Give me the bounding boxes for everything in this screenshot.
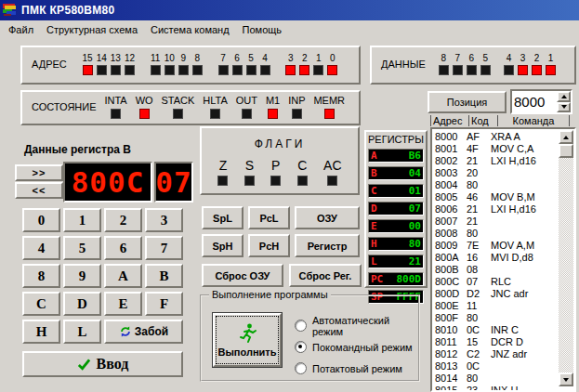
list-scrollbar[interactable]: [559, 130, 573, 386]
shift-right-button[interactable]: >>: [15, 164, 63, 181]
flag-p: P: [270, 160, 281, 186]
program-row-800A[interactable]: 800A16MVI D,d8: [435, 252, 574, 264]
position-input[interactable]: [512, 91, 557, 112]
key-l[interactable]: L: [63, 320, 101, 344]
program-row-8011[interactable]: 801115DCR D: [435, 336, 574, 348]
program-row-8005[interactable]: 800546MOV B,M: [435, 191, 574, 203]
menu-item-2[interactable]: Система команд: [144, 22, 236, 37]
register-name: A: [371, 150, 391, 162]
key-e[interactable]: E: [104, 292, 142, 316]
key-a[interactable]: A: [104, 264, 142, 288]
register-button[interactable]: Регистр: [295, 234, 360, 257]
menu-item-3[interactable]: Помощь: [236, 22, 289, 37]
backspace-button[interactable]: Забой: [104, 320, 183, 344]
data-group: 8765: [439, 54, 491, 75]
program-row-800E[interactable]: 800E11: [435, 300, 574, 312]
address-led-11: [151, 65, 161, 75]
data-group: 4321: [504, 54, 556, 75]
cell-code: 46: [467, 191, 491, 203]
key-f[interactable]: F: [145, 292, 183, 316]
program-row-800C[interactable]: 800C07RLC: [435, 276, 574, 288]
program-row-8014[interactable]: 801480: [435, 372, 574, 385]
radio-circle[interactable]: [295, 362, 307, 374]
program-row-8008[interactable]: 800880: [435, 228, 574, 240]
program-row-8003[interactable]: 800320: [435, 167, 574, 179]
key-7[interactable]: 7: [145, 236, 183, 260]
spin-down-button[interactable]: [557, 102, 571, 113]
enter-label: Ввод: [97, 356, 129, 372]
cell-code: 4F: [467, 143, 491, 155]
key-4[interactable]: 4: [22, 236, 60, 260]
program-row-8002[interactable]: 800221LXI H,d16: [435, 155, 574, 167]
data-bit-label: 4: [507, 54, 512, 63]
key-6[interactable]: 6: [104, 236, 142, 260]
key-3[interactable]: 3: [145, 208, 183, 232]
key-d[interactable]: D: [63, 292, 101, 316]
program-row-8004[interactable]: 800480: [435, 179, 574, 191]
data-bit-4: 4: [504, 54, 514, 75]
radio-label: Покомандный режим: [312, 342, 413, 353]
key-5[interactable]: 5: [63, 236, 101, 260]
cell-code: 80: [467, 179, 491, 191]
scroll-down-button[interactable]: [559, 372, 573, 386]
pch-button[interactable]: PcH: [248, 234, 290, 257]
shift-left-button[interactable]: <<: [15, 182, 63, 199]
key-h[interactable]: H: [22, 320, 60, 344]
address-bit-label: 5: [248, 54, 254, 63]
pcl-button[interactable]: PcL: [248, 206, 290, 229]
key-8[interactable]: 8: [22, 264, 60, 288]
state-items: INTAWOSTACKHLTAOUTM1INPMEMR: [97, 96, 353, 119]
key-1[interactable]: 1: [63, 208, 101, 232]
radio-circle[interactable]: [295, 320, 307, 332]
mode-radio-2[interactable]: Потактовый режим: [295, 361, 418, 375]
program-row-8010[interactable]: 80100CINR C: [435, 324, 574, 336]
register-rows: AB6B04C01D07E00H80L21PC800DSPFFFF: [366, 147, 426, 309]
program-row-8015[interactable]: 801523INX H: [435, 385, 574, 392]
key-2[interactable]: 2: [104, 208, 142, 232]
scroll-thumb[interactable]: [559, 144, 573, 158]
program-row-8001[interactable]: 80014FMOV C,A: [435, 143, 574, 155]
data-led-8: [439, 65, 449, 75]
address-bit-0: 0: [327, 54, 337, 75]
radio-circle[interactable]: [295, 341, 307, 353]
program-row-800F[interactable]: 800F80: [435, 312, 574, 324]
program-row-8006[interactable]: 800621LXI H,d16: [435, 203, 574, 216]
spl-button[interactable]: SpL: [202, 206, 243, 229]
program-row-800D[interactable]: 800DD2JNC adr: [435, 288, 574, 300]
cell-address: 8002: [435, 155, 467, 167]
cell-code: 08: [467, 264, 491, 276]
register-name: L: [371, 255, 391, 268]
menu-item-0[interactable]: Файл: [2, 22, 40, 37]
program-row-800B[interactable]: 800B08: [435, 264, 574, 276]
key-0[interactable]: 0: [22, 208, 60, 232]
key-c[interactable]: C: [22, 292, 60, 316]
run-button[interactable]: Выполнить: [213, 313, 282, 367]
program-row-8012[interactable]: 8012C2JNZ adr: [435, 348, 574, 360]
ozu-button[interactable]: ОЗУ: [295, 206, 360, 229]
enter-button[interactable]: Ввод: [22, 351, 183, 377]
position-button[interactable]: Позиция: [428, 91, 507, 113]
key-b[interactable]: B: [145, 264, 183, 288]
state-led-wo: [139, 109, 150, 119]
mode-radio-1[interactable]: Покомандный режим: [295, 340, 418, 354]
cell-command: JNC adr: [491, 288, 528, 300]
flag-c: C: [297, 160, 308, 186]
program-row-8007[interactable]: 800721: [435, 216, 574, 228]
program-list[interactable]: 8000AFXRA A80014FMOV C,A800221LXI H,d168…: [430, 127, 576, 392]
address-led-9: [178, 65, 189, 75]
sph-button[interactable]: SpH: [202, 234, 243, 257]
cell-command: LXI H,d16: [491, 203, 536, 216]
program-row-8000[interactable]: 8000AFXRA A: [435, 131, 574, 143]
program-row-8009[interactable]: 80097EMOV A,M: [435, 240, 574, 252]
menu-item-1[interactable]: Структурная схема: [40, 22, 144, 37]
key-9[interactable]: 9: [63, 264, 101, 288]
reset-ozu-button[interactable]: Сброс ОЗУ: [202, 264, 283, 287]
program-row-8013[interactable]: 80130C: [435, 360, 574, 372]
mode-radio-0[interactable]: Автоматический режим: [295, 319, 418, 333]
register-value: 21: [409, 255, 421, 268]
spin-up-button[interactable]: [557, 91, 571, 102]
scroll-up-button[interactable]: [559, 130, 573, 144]
state-inp: INP: [288, 96, 305, 119]
state-led-memr: [324, 109, 335, 119]
reset-reg-button[interactable]: Сброс Рег.: [289, 264, 362, 287]
